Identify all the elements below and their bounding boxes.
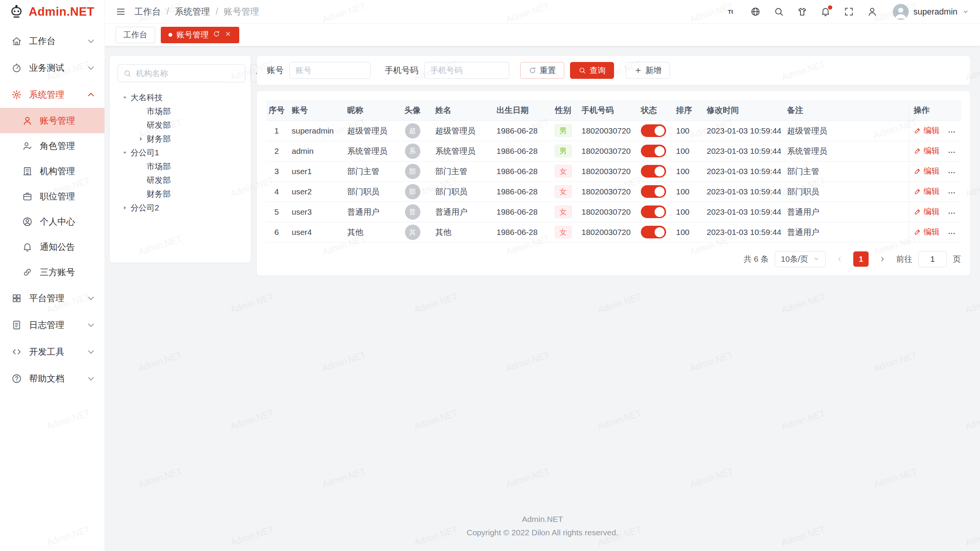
more-actions-button[interactable]: [947, 189, 956, 197]
tree-node[interactable]: 分公司1: [118, 146, 243, 160]
modified-cell: 2023-01-03 10:59:44: [702, 222, 782, 242]
search-button[interactable]: 查询: [570, 62, 614, 79]
edit-button[interactable]: 编辑: [914, 166, 940, 176]
sidebar-item-docs[interactable]: 帮助文档: [0, 365, 105, 392]
status-toggle[interactable]: [641, 165, 666, 178]
more-actions-button[interactable]: [947, 229, 956, 238]
sidebar-item-devtools[interactable]: 开发工具: [0, 338, 105, 365]
column-header: 操作: [909, 100, 961, 121]
avatar-cell: 系: [394, 141, 431, 161]
tree-node[interactable]: 财务部: [118, 132, 243, 146]
remark-cell: 部门主管: [782, 161, 909, 181]
prev-page-button[interactable]: [832, 251, 847, 267]
sidebar-item-workbench[interactable]: 工作台: [0, 28, 105, 54]
row-avatar: 系: [405, 143, 420, 159]
search-button[interactable]: [774, 7, 784, 17]
more-actions-button[interactable]: [947, 128, 956, 136]
sidebar-item-logs[interactable]: 日志管理: [0, 311, 105, 338]
notification-button[interactable]: [820, 7, 831, 17]
gauge-icon: [11, 63, 22, 73]
add-button[interactable]: 新增: [626, 62, 670, 79]
status-toggle[interactable]: [641, 226, 666, 238]
reset-button[interactable]: 重置: [520, 62, 564, 79]
gender-cell: 女: [549, 181, 577, 202]
sidebar-item-thirdparty[interactable]: 三方账号: [0, 259, 105, 285]
tree-node[interactable]: 大名科技: [118, 91, 243, 104]
sidebar-item-position[interactable]: 职位管理: [0, 184, 105, 209]
font-size-button[interactable]: Tt: [727, 7, 737, 17]
sidebar-item-notice[interactable]: 通知公告: [0, 234, 105, 259]
table-row: 6 user4 其他 其 其他 1986-06-28 女 18020030720…: [266, 222, 961, 242]
font-size-icon: Tt: [727, 7, 737, 17]
help-icon: [11, 373, 22, 384]
org-search-box[interactable]: [118, 64, 245, 82]
logo-icon: [9, 5, 24, 19]
phone-input[interactable]: [424, 62, 509, 79]
status-toggle[interactable]: [641, 124, 666, 137]
column-header: 备注: [782, 100, 909, 121]
tab-workbench[interactable]: 工作台: [116, 27, 155, 43]
tree-node[interactable]: 市场部: [118, 104, 243, 118]
status-toggle[interactable]: [641, 145, 666, 157]
edit-icon: [914, 188, 921, 195]
remark-cell: 普通用户: [782, 202, 909, 222]
fullscreen-button[interactable]: [844, 7, 854, 17]
sidebar-item-account[interactable]: 账号管理: [0, 108, 105, 133]
status-toggle[interactable]: [641, 205, 666, 218]
more-actions-button[interactable]: [947, 168, 956, 177]
account-cell: admin: [287, 141, 343, 161]
sidebar-item-platform[interactable]: 平台管理: [0, 285, 105, 311]
nickname-cell: 其他: [343, 222, 394, 242]
edit-button[interactable]: 编辑: [914, 125, 940, 136]
edit-button[interactable]: 编辑: [914, 206, 940, 217]
page-size-select[interactable]: 10条/页: [775, 251, 826, 267]
status-toggle[interactable]: [641, 185, 666, 198]
locale-button[interactable]: [750, 7, 761, 17]
org-tree: 大名科技市场部研发部财务部分公司1市场部研发部财务部分公司2: [118, 91, 243, 215]
notification-icon: [820, 7, 831, 17]
goto-page-input[interactable]: [918, 251, 947, 267]
fullscreen-icon: [844, 7, 854, 17]
breadcrumb-item[interactable]: 工作台: [134, 6, 161, 18]
theme-button[interactable]: [797, 7, 807, 17]
column-header: 昵称: [343, 100, 394, 121]
sort-cell: 100: [671, 181, 702, 202]
more-actions-button[interactable]: [947, 209, 956, 217]
sidebar-item-role[interactable]: 角色管理: [0, 133, 105, 158]
tree-node[interactable]: 财务部: [118, 187, 243, 201]
breadcrumb-item[interactable]: 系统管理: [175, 6, 210, 18]
sidebar-item-org[interactable]: 机构管理: [0, 158, 105, 184]
tab-refresh-button[interactable]: [213, 30, 220, 39]
tree-node[interactable]: 市场部: [118, 160, 243, 173]
usercheck-icon: [22, 141, 33, 151]
edit-button[interactable]: 编辑: [914, 227, 940, 237]
next-page-button[interactable]: [875, 251, 890, 267]
page-1-button[interactable]: 1: [853, 251, 869, 267]
edit-button[interactable]: 编辑: [914, 145, 940, 156]
edit-button[interactable]: 编辑: [914, 186, 940, 197]
phone-cell: 18020030720: [577, 222, 636, 242]
actions-cell: 编辑: [909, 121, 961, 141]
more-actions-icon: [947, 229, 956, 238]
phone-cell: 18020030720: [577, 121, 636, 141]
tree-node[interactable]: 分公司2: [118, 201, 243, 215]
gender-tag: 女: [555, 185, 572, 198]
tab-account[interactable]: 账号管理: [161, 27, 239, 43]
sidebar-item-system[interactable]: 系统管理: [0, 81, 105, 108]
org-search-input[interactable]: [136, 69, 240, 78]
breadcrumb: 工作台/系统管理/账号管理: [134, 6, 259, 18]
tree-node[interactable]: 研发部: [118, 173, 243, 187]
tab-close-button[interactable]: [224, 30, 232, 39]
account-cell: user2: [287, 181, 343, 202]
filter-bar: 账号 手机号码 重置 查询 新增: [257, 56, 970, 85]
account-input[interactable]: [289, 62, 371, 79]
sidebar-item-profile[interactable]: 个人中心: [0, 209, 105, 234]
user-menu[interactable]: superadmin: [893, 4, 969, 20]
nickname-cell: 部门职员: [343, 181, 394, 202]
menu-toggle-button[interactable]: [116, 7, 126, 17]
sidebar-item-business-test[interactable]: 业务测试: [0, 54, 105, 81]
more-actions-button[interactable]: [947, 148, 956, 156]
profile-button[interactable]: [867, 7, 877, 17]
tree-node[interactable]: 研发部: [118, 118, 243, 132]
more-actions-icon: [947, 128, 956, 136]
